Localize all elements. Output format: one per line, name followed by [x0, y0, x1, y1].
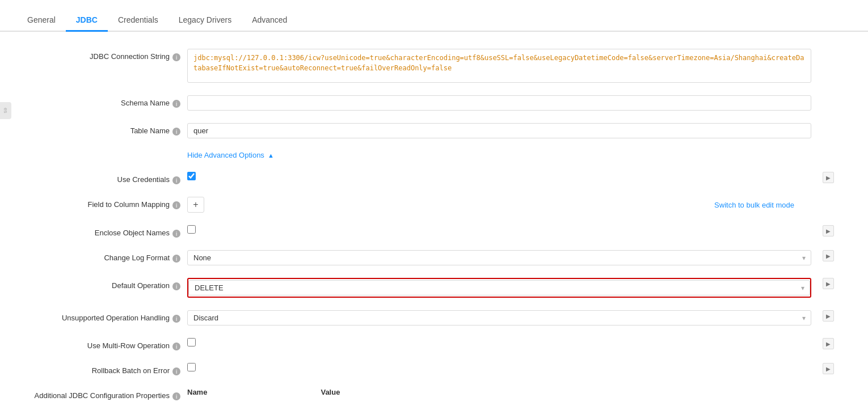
default-op-info-icon[interactable]: i — [172, 282, 180, 290]
add-field-mapping-button[interactable]: + — [187, 197, 204, 213]
name-col-header: Name — [187, 388, 207, 396]
table-label: Table Name i — [28, 123, 187, 136]
tab-jdbc[interactable]: JDBC — [66, 10, 108, 32]
additional-jdbc-row: Additional JDBC Configuration Properties… — [28, 388, 840, 400]
default-op-expand-icon[interactable]: ▶ — [823, 278, 834, 289]
jdbc-connection-row: JDBC Connection String i jdbc:mysql://12… — [28, 49, 840, 83]
hide-advanced-label: Hide Advanced Options — [187, 151, 264, 159]
tab-advanced[interactable]: Advanced — [242, 10, 297, 32]
use-credentials-control — [187, 172, 811, 182]
additional-jdbc-info-icon[interactable]: i — [172, 392, 180, 400]
sidebar-text: es — [3, 108, 9, 113]
jdbc-string-display: jdbc:mysql://127.0.0.1:3306/icw?useUnico… — [187, 49, 811, 83]
default-op-row: Default Operation i DELETE INSERT UPDATE… — [28, 278, 840, 298]
use-credentials-expand-icon[interactable]: ▶ — [823, 172, 834, 183]
tab-legacy-drivers[interactable]: Legacy Drivers — [168, 10, 242, 32]
field-to-col-info-icon[interactable]: i — [172, 201, 180, 209]
unsupported-op-control: Discard Error — [187, 310, 811, 326]
enclose-object-expand-icon[interactable]: ▶ — [823, 225, 834, 236]
enclose-object-checkbox[interactable] — [187, 225, 196, 234]
default-op-expand: ▶ — [811, 278, 834, 289]
enclose-object-control — [187, 225, 811, 235]
field-to-col-inner: + Switch to bulk edit mode — [187, 197, 811, 213]
jdbc-info-icon[interactable]: i — [172, 53, 180, 61]
multi-row-expand: ▶ — [811, 338, 834, 349]
rollback-batch-info-icon[interactable]: i — [172, 367, 180, 375]
rollback-batch-control — [187, 363, 811, 373]
additional-jdbc-control: Name Value — [187, 388, 811, 396]
table-name-input[interactable] — [187, 123, 811, 138]
sidebar-hint: es — [0, 102, 11, 119]
page-container: es General JDBC Credentials Legacy Drive… — [0, 0, 868, 410]
change-log-select[interactable]: None Delta Full — [187, 250, 811, 265]
enclose-object-info-icon[interactable]: i — [172, 230, 180, 238]
unsupported-op-expand-icon[interactable]: ▶ — [823, 310, 834, 322]
unsupported-op-label: Unsupported Operation Handling i — [28, 310, 187, 323]
table-info-icon[interactable]: i — [172, 128, 180, 136]
schema-name-row: Schema Name i — [28, 95, 840, 111]
use-credentials-expand: ▶ — [811, 172, 834, 183]
unsupported-op-row: Unsupported Operation Handling i Discard… — [28, 310, 840, 326]
rollback-batch-label: Rollback Batch on Error i — [28, 363, 187, 375]
field-to-col-control: + Switch to bulk edit mode — [187, 197, 811, 213]
jdbc-control: jdbc:mysql://127.0.0.1:3306/icw?useUnico… — [187, 49, 811, 83]
use-credentials-label: Use Credentials i — [28, 172, 187, 184]
schema-name-input[interactable] — [187, 95, 811, 111]
change-log-control: None Delta Full — [187, 250, 811, 265]
enclose-object-label: Enclose Object Names i — [28, 225, 187, 238]
use-credentials-row: Use Credentials i ▶ — [28, 172, 840, 184]
additional-jdbc-label: Additional JDBC Configuration Properties… — [28, 388, 187, 400]
change-log-row: Change Log Format i None Delta Full ▶ — [28, 250, 840, 265]
table-control — [187, 123, 811, 138]
default-op-select-wrapper: DELETE INSERT UPDATE UPSERT — [188, 280, 810, 295]
tab-credentials[interactable]: Credentials — [108, 10, 168, 32]
change-log-expand: ▶ — [811, 250, 834, 261]
multi-row-info-icon[interactable]: i — [172, 343, 180, 350]
multi-row-label: Use Multi-Row Operation i — [28, 338, 187, 350]
schema-control — [187, 95, 811, 111]
rollback-batch-expand: ▶ — [811, 363, 834, 374]
use-credentials-checkbox[interactable] — [187, 172, 196, 180]
change-log-select-wrapper: None Delta Full — [187, 250, 811, 265]
change-log-info-icon[interactable]: i — [172, 255, 180, 263]
rollback-batch-expand-icon[interactable]: ▶ — [823, 363, 834, 374]
enclose-object-row: Enclose Object Names i ▶ — [28, 225, 840, 238]
unsupported-op-expand: ▶ — [811, 310, 834, 322]
schema-info-icon[interactable]: i — [172, 100, 180, 108]
switch-bulk-edit-link[interactable]: Switch to bulk edit mode — [714, 201, 811, 209]
unsupported-op-select-wrapper: Discard Error — [187, 310, 811, 326]
jdbc-label: JDBC Connection String i — [28, 49, 187, 61]
multi-row-row: Use Multi-Row Operation i ▶ — [28, 338, 840, 350]
enclose-object-expand: ▶ — [811, 225, 834, 236]
unsupported-op-info-icon[interactable]: i — [172, 315, 180, 323]
tab-general[interactable]: General — [17, 10, 66, 32]
hide-advanced-toggle[interactable]: Hide Advanced Options ▲ — [187, 151, 840, 159]
chevron-up-icon: ▲ — [268, 152, 274, 159]
multi-row-control — [187, 338, 811, 348]
table-name-row: Table Name i — [28, 123, 840, 138]
multi-row-checkbox[interactable] — [187, 338, 196, 346]
field-to-col-row: Field to Column Mapping i + Switch to bu… — [28, 197, 840, 213]
use-credentials-info-icon[interactable]: i — [172, 176, 180, 184]
rollback-batch-checkbox[interactable] — [187, 363, 196, 371]
rollback-batch-row: Rollback Batch on Error i ▶ — [28, 363, 840, 375]
default-op-control: DELETE INSERT UPDATE UPSERT — [187, 278, 811, 298]
default-op-select[interactable]: DELETE INSERT UPDATE UPSERT — [188, 280, 810, 295]
unsupported-op-select[interactable]: Discard Error — [187, 310, 811, 326]
change-log-label: Change Log Format i — [28, 250, 187, 263]
main-content: JDBC Connection String i jdbc:mysql://12… — [0, 32, 868, 410]
tabs-bar: General JDBC Credentials Legacy Drivers … — [0, 0, 868, 32]
change-log-expand-icon[interactable]: ▶ — [823, 250, 834, 261]
multi-row-expand-icon[interactable]: ▶ — [823, 338, 834, 349]
schema-label: Schema Name i — [28, 95, 187, 108]
field-to-col-label: Field to Column Mapping i — [28, 197, 187, 209]
value-col-header: Value — [321, 388, 340, 396]
default-op-label: Default Operation i — [28, 278, 187, 290]
